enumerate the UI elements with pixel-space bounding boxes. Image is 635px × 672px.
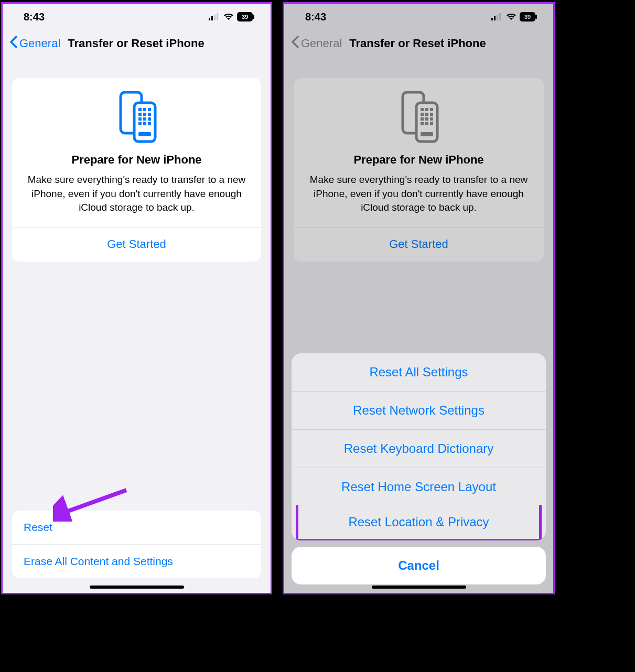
svg-rect-17 bbox=[148, 117, 151, 121]
svg-rect-40 bbox=[430, 117, 433, 121]
svg-rect-37 bbox=[430, 113, 433, 116]
back-chevron-icon bbox=[290, 35, 299, 52]
svg-rect-19 bbox=[143, 122, 146, 125]
svg-text:39: 39 bbox=[524, 14, 531, 20]
page-title: Transfer or Reset iPhone bbox=[68, 37, 204, 50]
svg-rect-43 bbox=[430, 122, 433, 125]
transfer-icon bbox=[12, 89, 261, 153]
svg-rect-36 bbox=[425, 113, 428, 116]
svg-rect-5 bbox=[253, 15, 254, 19]
prepare-card: Prepare for New iPhone Make sure everyth… bbox=[294, 78, 544, 262]
reset-options-list: Reset Erase All Content and Settings bbox=[12, 511, 261, 578]
action-sheet-group: Reset All Settings Reset Network Setting… bbox=[292, 353, 546, 540]
prepare-card: Prepare for New iPhone Make sure everyth… bbox=[12, 78, 261, 262]
home-indicator[interactable] bbox=[372, 586, 466, 589]
transfer-icon bbox=[294, 89, 544, 153]
svg-rect-11 bbox=[148, 108, 151, 111]
svg-rect-15 bbox=[138, 117, 142, 121]
nav-bar: General Transfer or Reset iPhone bbox=[3, 30, 271, 57]
svg-rect-18 bbox=[138, 122, 142, 125]
back-button[interactable]: General bbox=[19, 37, 60, 50]
svg-rect-23 bbox=[491, 18, 493, 20]
prepare-desc: Make sure everything's ready to transfer… bbox=[12, 173, 261, 227]
svg-rect-13 bbox=[143, 113, 146, 116]
wifi-icon bbox=[506, 13, 516, 20]
svg-rect-21 bbox=[138, 132, 151, 136]
cellular-icon bbox=[491, 13, 503, 20]
cellular-icon bbox=[209, 13, 220, 20]
svg-rect-20 bbox=[148, 122, 151, 125]
svg-rect-25 bbox=[497, 15, 498, 20]
screenshot-right: 8:43 39 General Transfer or Reset iPhone bbox=[283, 2, 555, 594]
get-started-button[interactable]: Get Started bbox=[12, 228, 261, 262]
svg-rect-33 bbox=[425, 108, 428, 111]
svg-rect-3 bbox=[217, 13, 218, 20]
svg-rect-1 bbox=[211, 16, 213, 20]
status-icons: 39 bbox=[209, 12, 255, 21]
home-indicator[interactable] bbox=[90, 586, 184, 589]
svg-rect-10 bbox=[143, 108, 146, 111]
reset-network-settings-button[interactable]: Reset Network Settings bbox=[292, 391, 546, 429]
reset-home-screen-layout-button[interactable]: Reset Home Screen Layout bbox=[292, 468, 546, 506]
reset-action-sheet: Reset All Settings Reset Network Setting… bbox=[292, 353, 546, 584]
svg-rect-41 bbox=[421, 122, 424, 125]
svg-rect-0 bbox=[209, 18, 210, 20]
page-title: Transfer or Reset iPhone bbox=[349, 37, 486, 50]
svg-rect-38 bbox=[421, 117, 424, 121]
prepare-desc: Make sure everything's ready to transfer… bbox=[294, 173, 544, 227]
status-icons: 39 bbox=[491, 12, 537, 21]
cancel-button[interactable]: Cancel bbox=[292, 547, 546, 584]
reset-keyboard-dictionary-button[interactable]: Reset Keyboard Dictionary bbox=[292, 429, 546, 468]
svg-rect-24 bbox=[494, 16, 496, 20]
status-time: 8:43 bbox=[305, 11, 326, 23]
wifi-icon bbox=[223, 13, 234, 20]
battery-icon: 39 bbox=[520, 12, 537, 21]
svg-rect-12 bbox=[138, 113, 142, 116]
svg-rect-35 bbox=[421, 113, 424, 116]
svg-rect-39 bbox=[425, 117, 428, 121]
prepare-title: Prepare for New iPhone bbox=[12, 153, 261, 173]
svg-rect-26 bbox=[499, 13, 501, 20]
status-time: 8:43 bbox=[24, 11, 45, 23]
svg-rect-42 bbox=[425, 122, 428, 125]
get-started-button: Get Started bbox=[294, 228, 544, 262]
svg-rect-2 bbox=[214, 15, 216, 20]
reset-all-settings-button[interactable]: Reset All Settings bbox=[292, 353, 546, 391]
back-chevron-icon[interactable] bbox=[9, 35, 17, 52]
reset-button[interactable]: Reset bbox=[12, 511, 261, 544]
prepare-title: Prepare for New iPhone bbox=[294, 153, 544, 173]
svg-rect-34 bbox=[430, 108, 433, 111]
back-button: General bbox=[301, 37, 342, 50]
nav-bar: General Transfer or Reset iPhone bbox=[284, 30, 553, 57]
status-bar: 8:43 39 bbox=[284, 4, 553, 30]
erase-button[interactable]: Erase All Content and Settings bbox=[12, 544, 261, 578]
svg-text:39: 39 bbox=[242, 14, 248, 20]
screenshot-left: 8:43 39 General Transfer or Reset iPhone bbox=[1, 2, 272, 594]
svg-rect-44 bbox=[421, 132, 433, 136]
svg-rect-28 bbox=[535, 15, 537, 19]
svg-rect-14 bbox=[148, 113, 151, 116]
svg-rect-9 bbox=[138, 108, 142, 111]
svg-rect-16 bbox=[143, 117, 146, 121]
svg-rect-32 bbox=[421, 108, 424, 111]
reset-location-privacy-button[interactable]: Reset Location & Privacy bbox=[296, 505, 542, 540]
status-bar: 8:43 39 bbox=[3, 4, 271, 30]
battery-icon: 39 bbox=[237, 12, 255, 21]
